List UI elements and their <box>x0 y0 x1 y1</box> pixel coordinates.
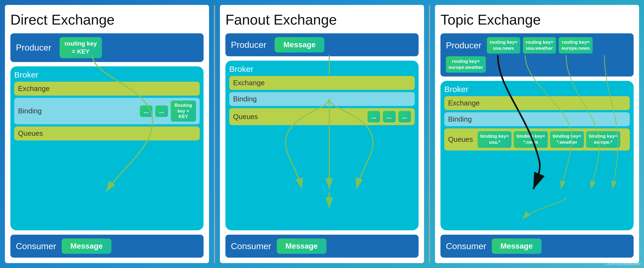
divider-1 <box>214 5 215 263</box>
direct-title: Direct Exchange <box>10 11 204 28</box>
topic-queues-row: Queues binding key= usa.* binding key= *… <box>444 128 630 150</box>
topic-binding-row: Binding <box>444 112 630 126</box>
direct-queue-dot2: ... <box>155 105 168 117</box>
topic-message-badge: Message <box>492 238 542 254</box>
fanout-consumer-row: Consumer Message <box>225 235 419 258</box>
fanout-broker-box: Broker Exchange Binding Queues ... ... .… <box>225 61 419 230</box>
topic-producer-row: Producer routing key= usa.news routing k… <box>440 33 634 76</box>
topic-rk1: routing key= usa.news <box>487 37 520 54</box>
fanout-message-badge: Message <box>275 37 324 52</box>
fanout-queue-dot1: ... <box>367 111 380 122</box>
fanout-message-badge2: Message <box>277 238 327 254</box>
fanout-binding-row: Binding <box>229 92 415 106</box>
fanout-producer-row: Producer Message <box>225 33 419 56</box>
topic-rk4: routing key= europe.weather <box>446 56 486 73</box>
topic-broker-label: Broker <box>444 85 630 94</box>
topic-exchange-panel: Topic Exchange Producer routing key= usa… <box>435 5 639 263</box>
topic-bk2: binding key= *.news <box>514 131 548 148</box>
fanout-broker-label: Broker <box>229 64 415 74</box>
fanout-queue-dot3: ... <box>398 111 411 122</box>
fanout-exchange-panel: Fanout Exchange Producer Message Broker … <box>220 5 424 263</box>
fanout-title: Fanout Exchange <box>225 11 419 28</box>
divider-2 <box>429 5 430 263</box>
direct-binding-row: Binding ... ... Routingkey =KEY <box>14 98 200 124</box>
topic-rk2: routing key= usa.weather <box>523 37 556 54</box>
direct-producer-row: Producer routing key= KEY <box>10 33 204 62</box>
direct-queue-dot1: ... <box>140 105 152 117</box>
direct-consumer-row: Consumer Message <box>10 235 204 258</box>
direct-routing-key-badge: routing key= KEY <box>60 37 102 58</box>
topic-broker-box: Broker Exchange Binding Queues binding k… <box>440 81 634 230</box>
direct-producer-label: Producer <box>16 43 54 53</box>
topic-bk3: binding key= *.weather <box>550 131 584 148</box>
fanout-exchange-row: Exchange <box>229 76 415 90</box>
fanout-queues-row: Queues ... ... ... <box>229 108 415 125</box>
direct-broker-box: Broker Exchange Binding ... ... Routingk… <box>10 66 204 230</box>
watermark: CSDN @zhoujiazhao <box>605 261 641 266</box>
topic-title: Topic Exchange <box>440 11 634 28</box>
topic-bk4: binding key= europe.* <box>586 131 620 148</box>
fanout-queue-dot2: ... <box>383 111 395 122</box>
direct-message-badge: Message <box>62 238 111 254</box>
topic-producer-label: Producer <box>446 40 484 51</box>
topic-consumer-label: Consumer <box>446 241 486 251</box>
topic-bk1: binding key= usa.* <box>478 131 511 148</box>
topic-consumer-row: Consumer Message <box>440 235 634 258</box>
direct-exchange-row: Exchange <box>14 82 200 96</box>
direct-broker-label: Broker <box>14 70 200 79</box>
topic-rk3: routing key= europe.news <box>559 37 593 54</box>
direct-consumer-label: Consumer <box>16 241 56 251</box>
direct-queues-row: Queues <box>14 126 200 140</box>
direct-routing-key-slot: Routingkey =KEY <box>171 101 196 122</box>
fanout-producer-label: Producer <box>231 40 269 50</box>
topic-exchange-row: Exchange <box>444 96 630 110</box>
direct-exchange-panel: Direct Exchange Producer routing key= KE… <box>5 5 209 263</box>
fanout-consumer-label: Consumer <box>231 241 271 251</box>
